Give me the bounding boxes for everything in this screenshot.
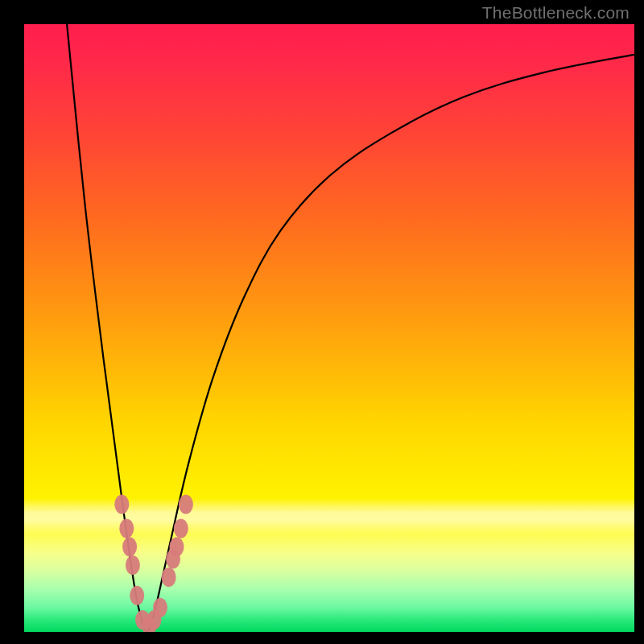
curve-marker — [153, 598, 167, 617]
curve-marker — [119, 519, 134, 539]
bottleneck-curve-path — [67, 24, 634, 632]
curve-marker — [162, 568, 176, 587]
curve-marker — [130, 586, 144, 605]
watermark-text: TheBottleneck.com — [482, 3, 630, 23]
bottleneck-curve-svg — [24, 24, 634, 632]
curve-marker — [174, 519, 188, 539]
curve-marker — [122, 537, 137, 556]
plot-area — [24, 24, 634, 632]
chart-frame: TheBottleneck.com — [0, 0, 644, 644]
curve-marker — [126, 555, 140, 575]
curve-marker — [114, 495, 129, 514]
curve-marker — [179, 495, 193, 514]
marker-group — [114, 495, 193, 633]
curve-marker — [170, 537, 184, 556]
